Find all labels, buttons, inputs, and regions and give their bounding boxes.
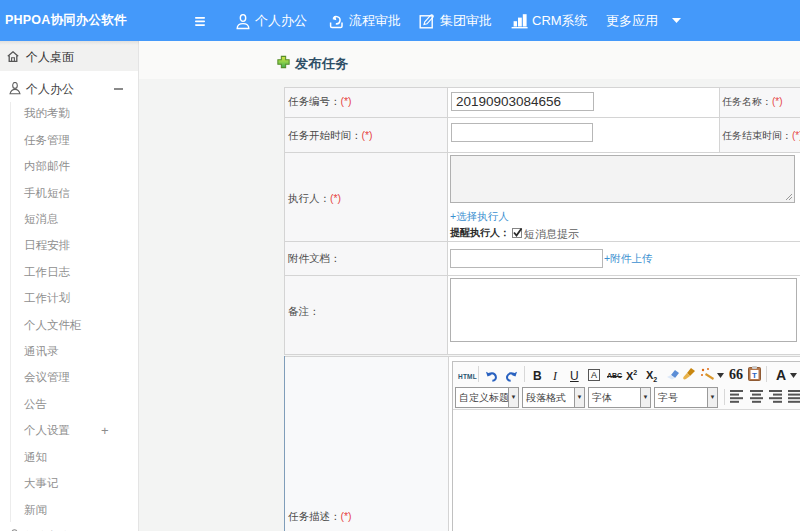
svg-text:T: T (752, 371, 757, 380)
